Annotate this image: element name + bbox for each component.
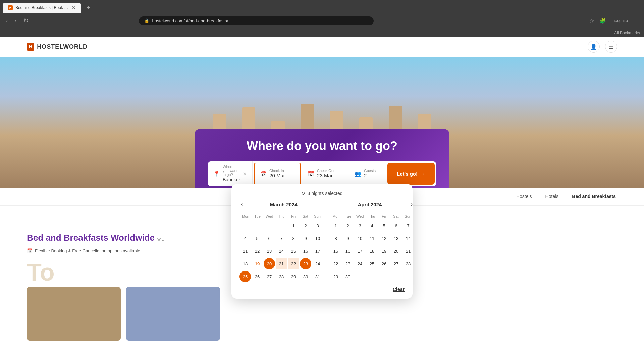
april-day-25[interactable]: 25 bbox=[366, 258, 378, 269]
april-day-18[interactable]: 18 bbox=[366, 245, 378, 257]
flexible-text: Flexible Booking & Free Cancellation opt… bbox=[35, 248, 141, 253]
property-card-2[interactable] bbox=[126, 287, 220, 341]
hero-section: 🏛️ Where do you want to go? 📍 Where do y… bbox=[0, 57, 644, 188]
new-tab-button[interactable]: + bbox=[83, 3, 94, 13]
march-day-24[interactable]: 24 bbox=[312, 258, 323, 269]
active-tab[interactable]: H Bed and Breakfasts | Book Che... ✕ bbox=[3, 3, 81, 13]
march-day-21[interactable]: 21 bbox=[276, 258, 287, 269]
user-account-button[interactable]: 👤 bbox=[588, 41, 600, 53]
profile-icon[interactable]: Incognito bbox=[610, 17, 629, 24]
march-day-19[interactable]: 19 bbox=[252, 258, 263, 269]
april-title: April 2024 bbox=[330, 202, 410, 207]
clear-destination-icon[interactable]: ✕ bbox=[243, 171, 247, 176]
address-bar[interactable]: 🔒 hostelworld.com/st/bed-and-breakfasts/ bbox=[139, 16, 374, 25]
prev-month-button[interactable]: ‹ bbox=[239, 200, 244, 209]
april-day-5[interactable]: 5 bbox=[378, 220, 390, 231]
april-day-26[interactable]: 26 bbox=[378, 258, 390, 269]
march-day-27[interactable]: 27 bbox=[264, 271, 275, 282]
april-day-28[interactable]: 28 bbox=[402, 258, 414, 269]
april-day-27[interactable]: 27 bbox=[390, 258, 402, 269]
april-day-22[interactable]: 22 bbox=[330, 258, 341, 269]
april-day-9[interactable]: 9 bbox=[342, 233, 354, 244]
april-day-15[interactable]: 15 bbox=[330, 245, 341, 257]
march-day-29[interactable]: 29 bbox=[288, 271, 299, 282]
bookmarks-label: All Bookmarks bbox=[614, 31, 640, 35]
march-day-10[interactable]: 10 bbox=[312, 233, 323, 244]
april-day-4[interactable]: 4 bbox=[366, 220, 378, 231]
menu-dots-icon[interactable]: ⋮ bbox=[632, 16, 640, 25]
bookmark-star-icon[interactable]: ☆ bbox=[588, 16, 595, 25]
checkin-field[interactable]: 📅 Check In 20 Mar bbox=[254, 163, 301, 185]
page-content: H HOSTELWORLD 👤 ☰ 🏛️ bbox=[0, 37, 644, 362]
calendar-in-icon: 📅 bbox=[260, 171, 267, 177]
april-day-10[interactable]: 10 bbox=[354, 233, 366, 244]
march-day-14[interactable]: 14 bbox=[276, 245, 287, 257]
hamburger-menu-button[interactable]: ☰ bbox=[605, 41, 617, 53]
property-card-1[interactable] bbox=[27, 287, 121, 341]
april-day-6[interactable]: 6 bbox=[390, 220, 402, 231]
april-day-12[interactable]: 12 bbox=[378, 233, 390, 244]
back-button[interactable]: ‹ bbox=[4, 16, 10, 26]
april-day-20[interactable]: 20 bbox=[390, 245, 402, 257]
april-day-3[interactable]: 3 bbox=[354, 220, 366, 231]
logo-box: H bbox=[27, 43, 34, 51]
march-day-17[interactable]: 17 bbox=[312, 245, 323, 257]
march-day-25[interactable]: 25 bbox=[239, 271, 251, 282]
april-day-7[interactable]: 7 bbox=[402, 220, 414, 231]
tab-hostels[interactable]: Hostels bbox=[515, 191, 533, 202]
april-day-17[interactable]: 17 bbox=[354, 245, 366, 257]
march-day-18[interactable]: 18 bbox=[239, 258, 251, 269]
reload-button[interactable]: ↻ bbox=[21, 16, 31, 26]
section-title: Bed and Breakfasts Worldwide bbox=[27, 233, 155, 243]
march-day-12[interactable]: 12 bbox=[252, 245, 263, 257]
april-day-11[interactable]: 11 bbox=[366, 233, 378, 244]
march-day-6[interactable]: 6 bbox=[264, 233, 275, 244]
extension-icon[interactable]: 🧩 bbox=[598, 16, 607, 25]
march-day-7[interactable]: 7 bbox=[276, 233, 287, 244]
day-tue-1: Tue bbox=[252, 213, 264, 220]
march-day-22[interactable]: 22 bbox=[288, 258, 299, 269]
april-day-30[interactable]: 30 bbox=[342, 271, 354, 282]
clear-dates-button[interactable]: Clear bbox=[393, 287, 405, 292]
april-day-14[interactable]: 14 bbox=[402, 233, 414, 244]
march-day-31[interactable]: 31 bbox=[312, 271, 323, 282]
tab-bed-and-breakfasts[interactable]: Bed and Breakfasts bbox=[571, 191, 617, 202]
march-day-13[interactable]: 13 bbox=[264, 245, 275, 257]
march-day-16[interactable]: 16 bbox=[300, 245, 311, 257]
april-day-24[interactable]: 24 bbox=[354, 258, 366, 269]
checkout-field[interactable]: 📅 Check Out 23 Mar bbox=[302, 161, 349, 186]
march-day-23[interactable]: 23 bbox=[300, 258, 311, 269]
guests-field[interactable]: 👥 Guests 2 bbox=[349, 161, 386, 186]
forward-button[interactable]: › bbox=[13, 16, 19, 26]
march-day-3[interactable]: 3 bbox=[312, 220, 323, 231]
march-day-5[interactable]: 5 bbox=[252, 233, 263, 244]
april-day-13[interactable]: 13 bbox=[390, 233, 402, 244]
march-day-15[interactable]: 15 bbox=[288, 245, 299, 257]
search-submit-button[interactable]: Let's go! → bbox=[387, 163, 435, 185]
april-day-16[interactable]: 16 bbox=[342, 245, 354, 257]
march-day-11[interactable]: 11 bbox=[239, 245, 251, 257]
april-day-2[interactable]: 2 bbox=[342, 220, 354, 231]
march-day-9[interactable]: 9 bbox=[300, 233, 311, 244]
april-day-8[interactable]: 8 bbox=[330, 233, 341, 244]
march-day-26[interactable]: 26 bbox=[252, 271, 263, 282]
april-day-19[interactable]: 19 bbox=[378, 245, 390, 257]
next-month-button[interactable]: › bbox=[410, 200, 414, 209]
march-day-2[interactable]: 2 bbox=[300, 220, 311, 231]
march-day-4[interactable]: 4 bbox=[239, 233, 251, 244]
march-day-names: Mon Tue Wed Thu Fri Sat Sun bbox=[239, 213, 323, 220]
march-day-8[interactable]: 8 bbox=[288, 233, 299, 244]
april-day-29[interactable]: 29 bbox=[330, 271, 341, 282]
april-day-23[interactable]: 23 bbox=[342, 258, 354, 269]
march-day-28[interactable]: 28 bbox=[276, 271, 287, 282]
destination-field[interactable]: 📍 Where do you want to go? ✕ bbox=[208, 161, 253, 186]
tab-title: Bed and Breakfasts | Book Che... bbox=[15, 5, 69, 10]
tab-close-button[interactable]: ✕ bbox=[72, 5, 76, 10]
march-day-20[interactable]: 20 bbox=[264, 258, 275, 269]
tab-hotels[interactable]: Hotels bbox=[544, 191, 560, 202]
march-day-1[interactable]: 1 bbox=[288, 220, 299, 231]
destination-input[interactable] bbox=[223, 177, 240, 182]
april-day-1[interactable]: 1 bbox=[330, 220, 341, 231]
march-day-30[interactable]: 30 bbox=[300, 271, 311, 282]
april-day-21[interactable]: 21 bbox=[402, 245, 414, 257]
